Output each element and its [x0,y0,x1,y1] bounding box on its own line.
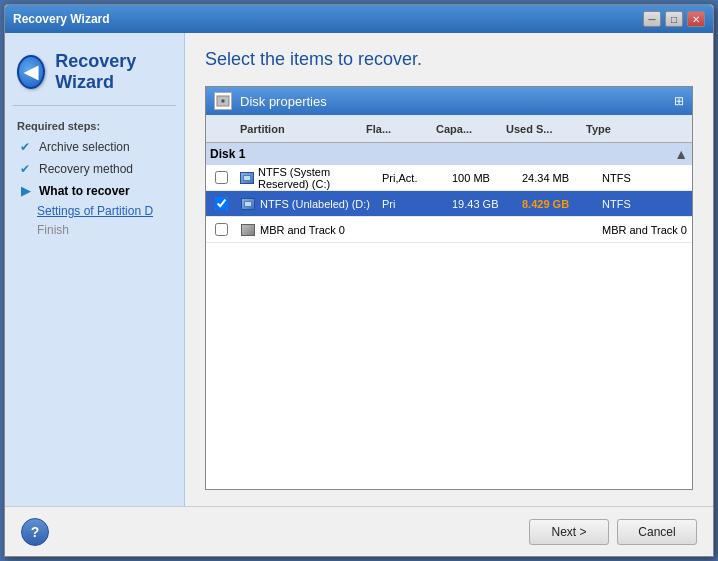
row-2-flags: Pri [382,198,452,210]
row-3-checkbox[interactable] [215,223,228,236]
cancel-button[interactable]: Cancel [617,519,697,545]
disk-group-row: Disk 1 ▲ [206,143,692,165]
content-area: ◀ Recovery Wizard Required steps: ✔ Arch… [5,33,713,506]
arrow-icon: ▶ [17,183,33,199]
checkmark-icon: ✔ [17,139,33,155]
sidebar-item-archive-selection[interactable]: ✔ Archive selection [13,136,176,158]
row-3-checkbox-cell[interactable] [206,223,236,236]
partition-icon-3 [240,222,256,238]
row-1-used: 24.34 MB [522,172,602,184]
finish-label: Finish [37,223,69,237]
row-2-capacity: 19.43 GB [452,198,522,210]
partition-icon-2 [240,196,256,212]
sidebar: ◀ Recovery Wizard Required steps: ✔ Arch… [5,33,185,506]
table-row: NTFS (Unlabeled) (D:) Pri 19.43 GB 8.429… [206,191,692,217]
archive-selection-label: Archive selection [39,140,130,154]
svg-point-2 [222,100,224,102]
close-button[interactable]: ✕ [687,11,705,27]
row-2-type: NTFS [602,198,692,210]
row-1-partition: NTFS (System Reserved) (C:) [236,166,382,190]
steps-nav: Required steps: ✔ Archive selection ✔ Re… [13,116,176,240]
row-2-name: NTFS (Unlabeled) (D:) [260,198,370,210]
row-1-flags: Pri,Act. [382,172,452,184]
row-1-checkbox-cell[interactable] [206,171,236,184]
disk-group-label: Disk 1 [210,147,245,161]
table-row: MBR and Track 0 MBR and Track 0 [206,217,692,243]
help-icon: ? [31,524,40,540]
row-1-checkbox[interactable] [215,171,228,184]
what-to-recover-label: What to recover [39,184,130,198]
sidebar-item-finish: Finish [13,220,176,240]
row-2-checkbox[interactable] [215,197,228,210]
back-button[interactable]: ◀ [17,55,45,89]
bottom-bar: ? Next > Cancel [5,506,713,556]
cancel-label: Cancel [638,525,675,539]
disk-panel-title: Disk properties [240,94,327,109]
row-1-capacity: 100 MB [452,172,522,184]
expand-icon[interactable]: ⊞ [674,94,684,108]
table-row: NTFS (System Reserved) (C:) Pri,Act. 100… [206,165,692,191]
row-3-type: MBR and Track 0 [602,224,692,236]
col-partition-header: Partition [236,123,366,135]
disk-panel-icon [214,92,232,110]
recovery-wizard-window: Recovery Wizard ─ □ ✕ ◀ Recovery Wizard … [4,4,714,557]
disk-panel-header: Disk properties ⊞ [206,87,692,115]
minimize-button[interactable]: ─ [643,11,661,27]
table-body: Disk 1 ▲ [206,143,692,489]
scroll-up-icon[interactable]: ▲ [674,146,688,162]
row-1-name: NTFS (System Reserved) (C:) [258,166,378,190]
partition-icon-1 [240,170,254,186]
checkmark-icon-2: ✔ [17,161,33,177]
title-bar: Recovery Wizard ─ □ ✕ [5,5,713,33]
action-buttons: Next > Cancel [529,519,697,545]
row-2-checkbox-cell[interactable] [206,197,236,210]
wizard-title: Recovery Wizard [55,51,172,93]
sidebar-item-what-to-recover[interactable]: ▶ What to recover [13,180,176,202]
help-button[interactable]: ? [21,518,49,546]
disk-panel: Disk properties ⊞ Partition Fla... Capa.… [205,86,693,490]
main-content: Select the items to recover. Disk proper… [185,33,713,506]
sidebar-item-recovery-method[interactable]: ✔ Recovery method [13,158,176,180]
row-2-used: 8.429 GB [522,198,602,210]
maximize-button[interactable]: □ [665,11,683,27]
title-bar-buttons: ─ □ ✕ [643,11,705,27]
settings-partition-d-label: Settings of Partition D [37,204,153,218]
col-flags-header: Fla... [366,123,436,135]
wizard-logo: ◀ Recovery Wizard [13,45,176,106]
row-1-type: NTFS [602,172,692,184]
col-type-header: Type [586,123,676,135]
col-capacity-header: Capa... [436,123,506,135]
next-button[interactable]: Next > [529,519,609,545]
next-label: Next > [551,525,586,539]
window-title: Recovery Wizard [13,12,643,26]
col-used-header: Used S... [506,123,586,135]
recovery-method-label: Recovery method [39,162,133,176]
row-3-name: MBR and Track 0 [260,224,345,236]
steps-label: Required steps: [13,120,176,132]
row-2-partition: NTFS (Unlabeled) (D:) [236,196,382,212]
row-3-partition: MBR and Track 0 [236,222,382,238]
page-title: Select the items to recover. [205,49,693,70]
sidebar-item-settings-partition-d[interactable]: Settings of Partition D [13,202,176,220]
table-header: Partition Fla... Capa... Used S... Type [206,115,692,143]
